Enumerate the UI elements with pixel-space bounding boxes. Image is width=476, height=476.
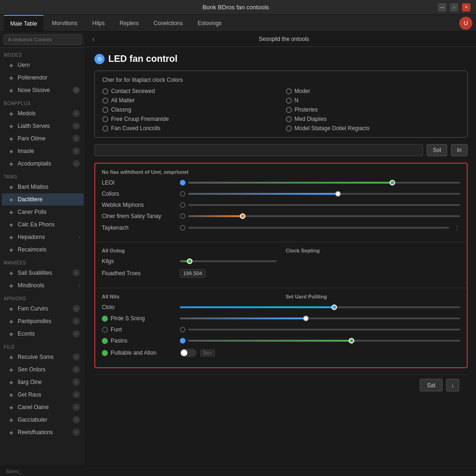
fiuadhed-row: Fiuadhed Troes 199.S04 — [102, 269, 277, 278]
sidebar-item-get-raus[interactable]: ◈ Get Raus ○ — [2, 389, 84, 401]
filter-input[interactable] — [94, 144, 423, 156]
sidebar-item-gacciabuler[interactable]: ◈ Gacciabuler ○ — [2, 414, 84, 426]
sidebar-item-sen-onlors[interactable]: ◈ Sen Onlors ○ — [2, 364, 84, 376]
radio-fan-cuved[interactable]: Fan Cuved Loncolls — [102, 125, 277, 132]
taykenach-menu-icon[interactable]: ⋮ — [454, 224, 460, 231]
in-button[interactable]: In — [451, 144, 468, 156]
tab-conelctions[interactable]: Conelctions — [147, 15, 190, 31]
collors-handle[interactable] — [335, 191, 341, 197]
sidebar-item-label: Dactitliere — [18, 196, 42, 203]
sidebar-item-reelsffuations[interactable]: ◈ Reelsffuations ○ — [2, 426, 84, 438]
back-button[interactable]: ‹ — [93, 35, 95, 43]
radio-circle — [102, 88, 108, 94]
sidebar-item-caner-polls[interactable]: ◈ Caner Polls — [2, 206, 84, 218]
pasins-handle[interactable] — [349, 338, 354, 344]
leoi-handle[interactable] — [390, 180, 395, 185]
sidebar-section-modes: Modes — [0, 51, 86, 59]
sidebar-item-econts[interactable]: ◈ Econts ○ — [2, 328, 84, 340]
clolo-handle[interactable] — [331, 304, 337, 310]
recaim-icon: ◈ — [7, 246, 15, 253]
funt-check[interactable]: Funt — [102, 326, 176, 333]
radio-classng[interactable]: Classng — [102, 106, 277, 113]
sidebar-item-recuive-soms[interactable]: ◈ Recuive Soms ○ — [2, 351, 84, 363]
sidebar-item-lialth-serves[interactable]: ◈ Lialth Serves ○ — [2, 120, 84, 132]
collors-row: Collors — [102, 191, 460, 197]
funt-slider-container — [180, 327, 460, 332]
radio-circle — [286, 126, 292, 132]
calc-icon: ◈ — [7, 221, 15, 228]
leoi-track[interactable] — [188, 182, 460, 184]
pasins-row: Pasins — [102, 337, 460, 344]
radio-all-matter[interactable]: All Matter — [102, 97, 277, 104]
sidebar-item-canel-oaine[interactable]: ◈ Canel Oaine ○ — [2, 401, 84, 413]
sidebar-item-sall[interactable]: ◈ Sall Sualilities ○ — [2, 267, 84, 279]
sidebar-item-parx-otime[interactable]: ◈ Parx Otime ○ — [2, 132, 84, 145]
radio-n[interactable]: N — [286, 97, 460, 104]
sort-button[interactable]: Sot — [427, 144, 447, 156]
sidebar-item-dactitliere[interactable]: ◈ Dactitliere — [2, 193, 84, 205]
sidebar-item-imasle[interactable]: ◈ Imasle ○ — [2, 145, 84, 157]
radio-moder[interactable]: Moder — [286, 88, 460, 94]
sidebar-item-fam-curvirs[interactable]: ◈ Fam Curvirs ○ — [2, 303, 84, 315]
sidebar-item-medols[interactable]: ◈ Medols ○ — [2, 107, 84, 119]
user-avatar[interactable]: U — [459, 17, 472, 30]
sidebar-item-calc-ea[interactable]: ◈ Calc Ea Phons — [2, 218, 84, 231]
sidebar-item-label: Lialth Serves — [18, 123, 50, 129]
toggle-knob — [181, 350, 187, 356]
plrde-check[interactable]: Plrde S Sning — [102, 315, 176, 322]
clner-handle[interactable] — [240, 213, 245, 219]
kilgs-slider-container — [180, 260, 277, 262]
save-button[interactable]: Sat — [420, 379, 442, 391]
clolo-fill — [180, 306, 334, 308]
radio-circle — [102, 98, 108, 104]
pulliable-check[interactable]: Pulliable and Alton — [102, 350, 176, 356]
clolo-track[interactable] — [180, 306, 460, 308]
tab-replers[interactable]: Replers — [113, 15, 145, 31]
sidebar-item-pollenendor[interactable]: ◈ Pollenendor — [2, 72, 84, 84]
sidebar-item-mindlnools[interactable]: ◈ Mindlnools › — [2, 279, 84, 291]
pasins-track[interactable] — [188, 340, 460, 342]
bottom-left-title: All Nits — [102, 294, 277, 299]
minimize-button[interactable]: — — [438, 3, 446, 12]
sidebar-item-hepadorns[interactable]: ◈ Hepadorns › — [2, 231, 84, 243]
weblick-track[interactable] — [188, 204, 460, 206]
radio-free-cruup[interactable]: Free Cruup Fnemanide — [102, 116, 277, 122]
taykenach-track[interactable] — [188, 227, 449, 229]
radio-med-diapiies[interactable]: Med Diapiies — [286, 116, 460, 122]
radio-phsteries[interactable]: Phsteries — [286, 106, 460, 113]
sidebar-item-nose-sissive[interactable]: ◈ Nose Sissive ⓘ — [2, 84, 84, 96]
maximize-button[interactable]: ○ — [450, 3, 458, 12]
sidebar-item-label: Recuive Soms — [18, 354, 53, 360]
funt-track[interactable] — [188, 329, 460, 331]
radio-model-statage[interactable]: Model Statage Dotiel Regiacts — [286, 125, 460, 132]
canel-icon: ◈ — [7, 403, 15, 411]
sidebar-item-recaimcels[interactable]: ◈ Recaimcels — [2, 244, 84, 256]
clner-track[interactable] — [188, 215, 460, 217]
tab-eslovings[interactable]: Eslovings — [191, 15, 228, 31]
tab-maie-table[interactable]: Maie Table — [4, 15, 44, 31]
close-button[interactable]: × — [462, 3, 470, 12]
tab-morvitions[interactable]: Morvitions — [46, 15, 84, 31]
sidebar-item-pantipumdles[interactable]: ◈ Pantipumdles ○ — [2, 315, 84, 327]
kilgs-track[interactable] — [180, 260, 277, 262]
recuive-icon: ◈ — [7, 353, 15, 361]
plrde-handle[interactable] — [303, 316, 309, 321]
sidebar-item-bant-mlatlos[interactable]: ◈ Bant Mlatlos — [2, 181, 84, 193]
fiuadhed-label: Fiuadhed Troes — [102, 270, 176, 277]
collors-track[interactable] — [188, 193, 460, 195]
tab-hilps[interactable]: Hilps — [86, 15, 112, 31]
plrde-track[interactable] — [180, 317, 460, 319]
radio-label: Contact Secewed — [111, 88, 155, 94]
kilgs-handle[interactable] — [187, 258, 192, 264]
pasins-check[interactable]: Pasins — [102, 337, 176, 344]
radio-contact-secewed[interactable]: Contact Secewed — [102, 88, 277, 94]
sidebar-item-acodumptails[interactable]: ◈ Acodumptails ○ — [2, 158, 84, 170]
sidebar-item-uern[interactable]: ◈ Uern — [2, 59, 84, 71]
radio-label: Classng — [111, 106, 131, 113]
pulliable-toggle[interactable] — [180, 349, 197, 357]
content-header: ‹ Sesnpild the ontools — [86, 32, 476, 47]
download-button[interactable]: ↓ — [446, 379, 460, 391]
taykenach-label: Taykenach — [102, 225, 176, 231]
sidebar-item-ilarg-oine[interactable]: ◈ Ilarg Oine ○ — [2, 376, 84, 388]
sidebar-search-input[interactable] — [4, 34, 82, 45]
